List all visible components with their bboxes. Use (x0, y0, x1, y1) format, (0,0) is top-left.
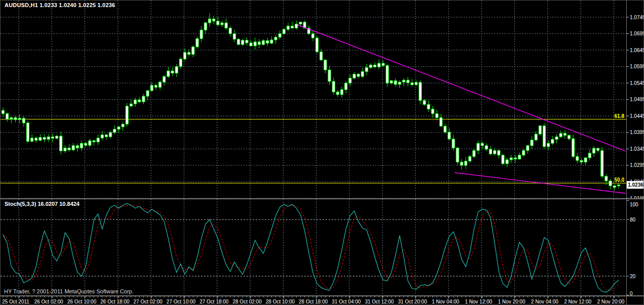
candle-body (464, 161, 467, 165)
candle (233, 30, 235, 42)
copyright-text: HY Trader, ? 2001-2011 MetaQuotes Softwa… (4, 288, 134, 294)
candle (113, 125, 116, 134)
candle (274, 35, 277, 44)
candle-body (394, 81, 397, 84)
price-label: 1.0595 (630, 64, 644, 69)
candle-body (444, 126, 447, 132)
time-axis[interactable]: 25 Oct 201126 Oct 02:0026 Oct 10:0026 Oc… (1, 296, 644, 305)
time-label: 28 Oct 02:00 (232, 299, 262, 304)
candle (468, 155, 471, 163)
candle-body (576, 156, 579, 160)
time-label: 1 Nov 04:00 (432, 299, 459, 304)
candle (518, 153, 520, 160)
candle (423, 99, 426, 106)
candle-body (60, 136, 62, 151)
candle (419, 80, 422, 104)
candle (353, 72, 355, 79)
candle-body (539, 126, 541, 134)
current-price-box: 1.0236 (627, 181, 644, 189)
candle (485, 143, 488, 151)
candle-body (506, 160, 508, 164)
candle-body (299, 22, 302, 24)
candle (287, 23, 289, 31)
candle-body (93, 141, 95, 142)
candle-body (328, 70, 331, 81)
candle-body (320, 52, 323, 60)
candle-body (266, 40, 269, 43)
candle-body (439, 118, 442, 126)
candle-body (592, 148, 595, 153)
candle-body (68, 148, 70, 150)
candle-body (76, 146, 78, 148)
price-axis-separator[interactable] (626, 1, 627, 305)
candle-body (386, 66, 388, 83)
candle-body (609, 181, 612, 186)
candle-body (390, 81, 392, 83)
candle (316, 36, 318, 54)
candle (142, 94, 145, 104)
candle-body (613, 186, 616, 187)
candle-body (427, 105, 430, 109)
time-label: 27 Oct 10:00 (167, 299, 196, 304)
candle (175, 64, 178, 77)
time-label: 25 Oct 2011 (2, 299, 29, 304)
candle (22, 116, 25, 126)
candle-body (158, 82, 161, 87)
candle-body (85, 143, 87, 145)
candle (146, 90, 149, 101)
candle-body (316, 38, 318, 52)
candle (464, 157, 467, 169)
candle (158, 81, 161, 91)
candle-body (89, 141, 91, 145)
time-label: 31 Oct 20:00 (398, 299, 427, 304)
candle-body (270, 40, 273, 43)
candle-body (208, 19, 211, 23)
indicator-scale-label: 100 (630, 202, 638, 207)
time-label: 28 Oct 18:00 (299, 299, 328, 304)
price-label: 1.0545 (630, 80, 644, 86)
candle-body (332, 81, 335, 92)
candle-body (55, 136, 58, 139)
candle-body (192, 47, 194, 55)
candle-body (617, 185, 620, 186)
candle (588, 149, 591, 160)
price-label: 1.0645 (630, 48, 644, 53)
candle (502, 154, 504, 165)
candle (576, 153, 579, 163)
candle-body (423, 101, 426, 105)
candle-body (217, 21, 219, 25)
candle (31, 135, 33, 143)
candle (295, 21, 298, 29)
candle-body (39, 138, 42, 141)
candlestick-chart[interactable]: 1.07451.06951.06451.05951.05451.04951.04… (1, 1, 644, 198)
candle (617, 184, 620, 189)
candle (2, 108, 4, 117)
candle-body (584, 158, 587, 162)
stochastic-panel[interactable]: 10080200 (1, 199, 644, 295)
candle (527, 145, 529, 154)
candle-body (283, 29, 285, 33)
candle-body (493, 151, 496, 154)
fibonacci-level-label: 61.8 (615, 113, 625, 119)
candle-body (336, 92, 339, 95)
candle-body (183, 53, 186, 59)
candle (311, 30, 314, 41)
time-label: 31 Oct 04:00 (332, 299, 361, 304)
candle-body (154, 85, 157, 88)
candle-body (258, 42, 260, 45)
candle (551, 136, 554, 145)
candle-body (531, 140, 533, 146)
candle-body (233, 34, 235, 39)
candle-body (254, 42, 256, 46)
candle-body (134, 100, 137, 104)
candle (262, 39, 264, 46)
candle (435, 110, 438, 120)
candle-body (448, 132, 451, 139)
candle-body (130, 104, 132, 106)
candle (192, 46, 194, 57)
candle-body (518, 155, 520, 159)
candle (535, 132, 537, 142)
candle-body (365, 68, 368, 72)
candle (477, 141, 479, 154)
candle (200, 26, 203, 42)
